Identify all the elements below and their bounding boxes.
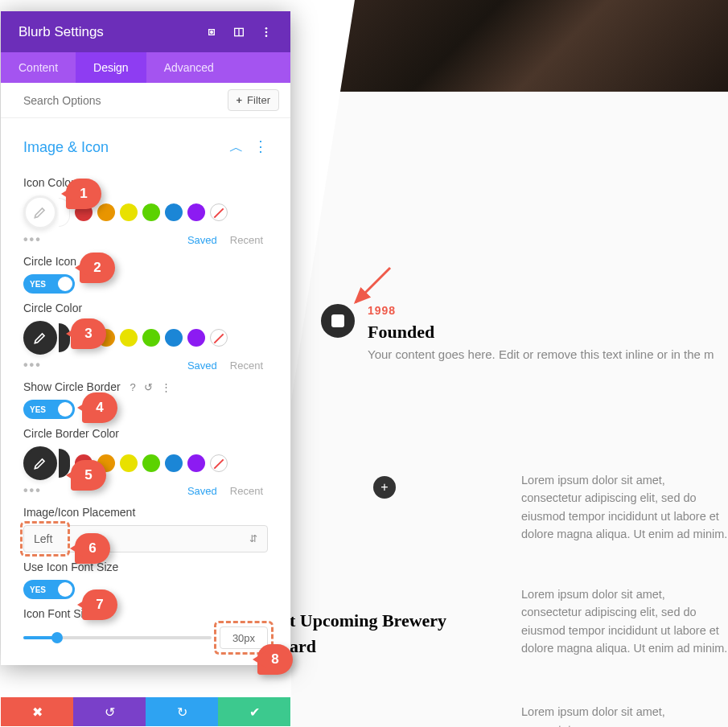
swatch-orange[interactable] (97, 454, 115, 472)
icon-font-size-slider-row: 30px (23, 626, 268, 649)
swatch-red[interactable] (75, 454, 93, 472)
svg-point-6 (265, 35, 268, 37)
icon-font-size-value[interactable]: 30px (220, 626, 268, 649)
cancel-button[interactable]: ✖ (1, 697, 73, 726)
svg-point-1 (211, 31, 213, 33)
label-circle-color: Circle Color (23, 302, 268, 314)
tab-design[interactable]: Design (76, 52, 146, 83)
recent-link[interactable]: Recent (230, 234, 263, 246)
swatch-none[interactable] (210, 329, 228, 347)
undo-button[interactable]: ↺ (73, 697, 146, 726)
swatch-none[interactable] (210, 454, 228, 472)
expand-icon[interactable] (205, 26, 218, 39)
swatch-green[interactable] (142, 454, 160, 472)
redo-button[interactable]: ↻ (146, 697, 218, 726)
swatch-blue[interactable] (165, 203, 183, 221)
blurb-heading: Founded (368, 322, 714, 343)
swatch-none[interactable] (210, 203, 228, 221)
label-show-circle-border: Show Circle Border ?↺⋮ (23, 380, 268, 393)
more-swatches-icon[interactable]: ••• (23, 232, 42, 247)
swatch-orange[interactable] (97, 203, 115, 221)
toggle-use-icon-font-size[interactable]: YES (23, 580, 75, 599)
search-input[interactable] (23, 94, 228, 107)
color-picker-button[interactable] (23, 321, 57, 355)
lorem-paragraph: Lorem ipsum dolor sit amet, consectetur … (521, 585, 728, 658)
section-more-icon[interactable]: ⋮ (253, 138, 268, 157)
hero-image (291, 0, 728, 92)
field-more-icon[interactable]: ⋮ (161, 381, 171, 393)
settings-panel: Blurb Settings Content Design Advanced +… (1, 11, 290, 665)
tab-bar: Content Design Advanced (1, 52, 290, 83)
label-icon-font-size: Icon Font Size (23, 607, 268, 620)
swatch-yellow[interactable] (120, 203, 138, 221)
tab-advanced[interactable]: Advanced (146, 52, 232, 83)
award-heading: t Upcoming Brewery ard (290, 608, 446, 659)
panel-header: Blurb Settings (1, 11, 290, 52)
recent-link[interactable]: Recent (230, 485, 263, 497)
icon-color-swatches (23, 195, 268, 229)
color-picker-button[interactable] (23, 195, 57, 229)
placement-select[interactable]: Left⇵ (23, 525, 268, 552)
swatch-green[interactable] (142, 203, 160, 221)
chevron-down-icon: ⇵ (249, 533, 257, 544)
help-icon[interactable]: ? (130, 381, 136, 393)
circle-border-color-swatches (23, 446, 268, 480)
toggle-show-circle-border[interactable]: YES (23, 400, 75, 419)
svg-point-4 (265, 27, 268, 30)
section-header[interactable]: Image & Icon ︿⋮ (23, 129, 268, 168)
label-circle-icon: Circle Icon (23, 255, 268, 268)
annotation-arrow (346, 264, 394, 312)
panel-title: Blurb Settings (19, 24, 205, 40)
saved-link[interactable]: Saved (187, 234, 217, 246)
swatch-blue[interactable] (165, 454, 183, 472)
label-use-icon-font-size: Use Icon Font Size (23, 561, 268, 573)
swatch-red[interactable] (75, 329, 93, 347)
more-icon[interactable] (260, 26, 273, 39)
panel-footer: ✖ ↺ ↻ ✔ (1, 697, 290, 726)
swatch-yellow[interactable] (120, 329, 138, 347)
svg-point-5 (265, 31, 268, 33)
blurb-year: 1998 (368, 304, 714, 317)
label-circle-border-color: Circle Border Color (23, 427, 268, 440)
plus-icon: + (236, 94, 243, 106)
filter-button[interactable]: +Filter (228, 89, 279, 111)
swatch-purple[interactable] (187, 454, 205, 472)
columns-icon[interactable] (232, 26, 245, 39)
swatch-orange[interactable] (97, 329, 115, 347)
color-picker-button[interactable] (23, 446, 57, 480)
saved-link[interactable]: Saved (187, 359, 217, 372)
swatch-purple[interactable] (187, 203, 205, 221)
section-image-icon: Image & Icon ︿⋮ Icon Color •••SavedRecen… (1, 118, 290, 649)
swatch-purple[interactable] (187, 329, 205, 347)
label-icon-color: Icon Color (23, 176, 268, 189)
confirm-button[interactable]: ✔ (218, 697, 290, 726)
blurb-body: Your content goes here. Edit or remove t… (368, 347, 714, 361)
circle-color-swatches (23, 321, 268, 355)
icon-font-size-slider[interactable] (23, 636, 212, 639)
lorem-paragraph: Lorem ipsum dolor sit amet, consectetur … (521, 471, 728, 544)
toggle-circle-icon[interactable]: YES (23, 274, 75, 294)
add-module-button[interactable]: + (373, 476, 396, 499)
swatch-red[interactable] (75, 203, 93, 221)
more-swatches-icon[interactable]: ••• (23, 483, 42, 498)
chevron-up-icon[interactable]: ︿ (229, 138, 244, 157)
recent-link[interactable]: Recent (230, 359, 263, 372)
swatch-blue[interactable] (165, 329, 183, 347)
swatch-green[interactable] (142, 329, 160, 347)
blurb-module[interactable]: 1998 Founded Your content goes here. Edi… (321, 304, 714, 361)
search-row: +Filter (1, 83, 290, 118)
saved-link[interactable]: Saved (187, 485, 217, 497)
lorem-paragraph: Lorem ipsum dolor sit amet, consectetur (521, 703, 728, 727)
swatch-yellow[interactable] (120, 454, 138, 472)
stop-icon (331, 314, 344, 327)
label-placement: Image/Icon Placement (23, 506, 268, 519)
tab-content[interactable]: Content (1, 52, 76, 83)
more-swatches-icon[interactable]: ••• (23, 358, 42, 372)
reset-icon[interactable]: ↺ (144, 381, 153, 393)
